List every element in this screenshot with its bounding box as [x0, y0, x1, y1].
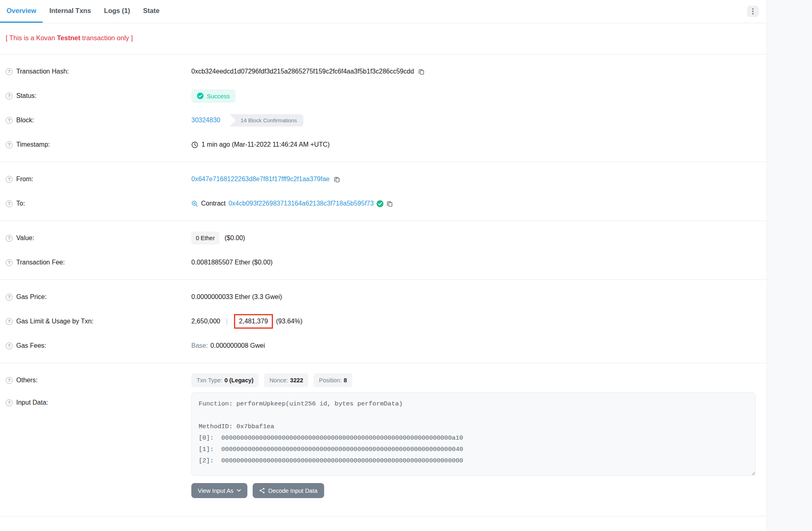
row-value: ? Value: 0 Ether ($0.00) [6, 226, 761, 250]
block-confirmations-badge: 14 Block Confirmations [229, 114, 303, 127]
row-timestamp: ? Timestamp: 1 min ago (Mar-11-2022 11:4… [6, 132, 761, 157]
notice-text: [ This is a Kovan [6, 34, 57, 41]
help-icon[interactable]: ? [6, 141, 13, 148]
success-check-icon [197, 93, 204, 99]
copy-button[interactable] [386, 200, 393, 207]
help-icon[interactable]: ? [6, 342, 13, 349]
to-address-link[interactable]: 0x4cb093f226983713164a62138c3f718a5b595f… [228, 200, 374, 207]
help-icon[interactable]: ? [6, 176, 13, 183]
tab-logs[interactable]: Logs (1) [97, 0, 136, 23]
caret-down-icon [237, 489, 241, 492]
help-icon[interactable]: ? [6, 318, 13, 325]
gas-limit-value: 2,650,000 [191, 318, 220, 325]
testnet-notice: [ This is a Kovan Testnet transaction on… [6, 34, 761, 42]
status-badge: Success [191, 89, 236, 103]
more-options-button[interactable] [747, 6, 759, 17]
badge-key: Txn Type: [197, 377, 222, 384]
nonce-badge: Nonce: 3222 [264, 373, 308, 387]
transaction-hash-value: 0xcb324eedcd1d07296fdf3d215a2865275f159c… [191, 68, 414, 75]
status-label: Status: [16, 92, 37, 100]
group-gas: ? Gas Price: 0.0000000033 Ether (3.3 Gwe… [0, 280, 767, 363]
tab-overview[interactable]: Overview [0, 0, 43, 23]
notice-bold-text: Testnet [57, 34, 80, 41]
input-data-actions: View Input As Decode Input Data [191, 483, 761, 511]
status-value: Success [207, 93, 230, 100]
help-icon[interactable]: ? [6, 377, 13, 384]
row-others: ? Others: Txn Type: 0 (Legacy) Nonce: 32… [6, 368, 761, 392]
badge-key: Position: [319, 377, 342, 384]
timestamp-value: 1 min ago (Mar-11-2022 11:46:24 AM +UTC) [201, 141, 330, 148]
row-status: ? Status: Success [6, 84, 761, 108]
to-label: To: [16, 200, 25, 207]
value-label: Value: [16, 234, 34, 242]
block-label: Block: [16, 117, 34, 124]
row-gas-price: ? Gas Price: 0.0000000033 Ether (3.3 Gwe… [6, 285, 761, 309]
help-icon[interactable]: ? [6, 259, 13, 266]
from-label: From: [16, 176, 33, 183]
row-transaction-fee: ? Transaction Fee: 0.0081885507 Ether ($… [6, 250, 761, 275]
view-input-as-label: View Input As [198, 488, 234, 494]
timestamp-label: Timestamp: [16, 141, 50, 148]
transaction-fee-label: Transaction Fee: [16, 259, 65, 266]
from-address-link[interactable]: 0x647e7168122263d8e7f81f17fff9c2f1aa379f… [191, 176, 329, 183]
decode-input-data-button[interactable]: Decode Input Data [253, 483, 324, 498]
clock-icon [191, 141, 198, 148]
gas-used-highlight: 2,481,379 [234, 314, 273, 329]
gas-fees-label: Gas Fees: [16, 342, 46, 349]
help-icon[interactable]: ? [6, 294, 13, 301]
help-icon[interactable]: ? [6, 200, 13, 207]
tab-internal-txns[interactable]: Internal Txns [43, 0, 97, 23]
tab-list: Overview Internal Txns Logs (1) State [0, 0, 166, 23]
ether-value-badge: 0 Ether [191, 232, 219, 245]
others-label: Others: [16, 377, 37, 384]
to-type-text: Contract [201, 200, 225, 207]
row-gas-limit-usage: ? Gas Limit & Usage by Txn: 2,650,000 | … [6, 309, 761, 334]
transaction-detail-card: Overview Internal Txns Logs (1) State [ … [0, 0, 767, 531]
usd-value-text: ($0.00) [225, 234, 245, 242]
copy-icon [333, 176, 340, 183]
row-from: ? From: 0x647e7168122263d8e7f81f17fff9c2… [6, 167, 761, 191]
help-icon[interactable]: ? [6, 93, 13, 100]
copy-button[interactable] [418, 68, 425, 75]
row-transaction-hash: ? Transaction Hash: 0xcb324eedcd1d07296f… [6, 59, 761, 84]
copy-icon [418, 68, 425, 75]
notice-section: [ This is a Kovan Testnet transaction on… [0, 23, 767, 54]
copy-icon [386, 200, 393, 207]
block-number-link[interactable]: 30324830 [191, 117, 220, 124]
separator: | [226, 318, 227, 325]
row-input-data: ? Input Data: Function: performUpkeep(ui… [6, 392, 761, 511]
kebab-menu-icon [752, 8, 754, 15]
copy-button[interactable] [333, 176, 340, 183]
decode-icon [259, 488, 265, 494]
gas-price-value: 0.0000000033 Ether (3.3 Gwei) [191, 293, 282, 301]
gas-limit-label: Gas Limit & Usage by Txn: [16, 318, 93, 325]
row-to: ? To: Contract 0x4cb093f226983713164a621… [6, 191, 761, 216]
input-data-textarea[interactable]: Function: performUpkeep(uint256 id, byte… [191, 392, 756, 476]
group-value-fee: ? Value: 0 Ether ($0.00) ? Transaction F… [0, 221, 767, 280]
help-icon[interactable]: ? [6, 68, 13, 75]
input-data-label: Input Data: [16, 399, 48, 406]
group-others-input: ? Others: Txn Type: 0 (Legacy) Nonce: 32… [0, 363, 767, 516]
badge-key: Nonce: [269, 377, 288, 384]
badge-value: 8 [344, 377, 347, 384]
zoom-in-icon[interactable] [191, 200, 198, 207]
others-badges: Txn Type: 0 (Legacy) Nonce: 3222 Positio… [191, 373, 352, 387]
tab-state[interactable]: State [136, 0, 166, 23]
help-icon[interactable]: ? [6, 235, 13, 242]
notice-text: transaction only ] [80, 34, 133, 41]
badge-value: 3222 [290, 377, 303, 384]
gas-price-label: Gas Price: [16, 293, 47, 301]
base-fee-value: 0.000000008 Gwei [210, 342, 265, 349]
gas-used-percent: (93.64%) [276, 318, 303, 325]
tab-bar: Overview Internal Txns Logs (1) State [0, 0, 767, 23]
verified-check-icon [377, 200, 383, 207]
view-input-as-button[interactable]: View Input As [191, 483, 247, 498]
row-block: ? Block: 30324830 14 Block Confirmations [6, 108, 761, 132]
help-icon[interactable]: ? [6, 399, 13, 406]
position-badge: Position: 8 [314, 373, 352, 387]
base-fee-label: Base: [191, 342, 208, 349]
row-gas-fees: ? Gas Fees: Base: 0.000000008 Gwei [6, 334, 761, 358]
txn-type-badge: Txn Type: 0 (Legacy) [191, 373, 259, 387]
help-icon[interactable]: ? [6, 117, 13, 124]
transaction-fee-value: 0.0081885507 Ether ($0.00) [191, 259, 273, 266]
